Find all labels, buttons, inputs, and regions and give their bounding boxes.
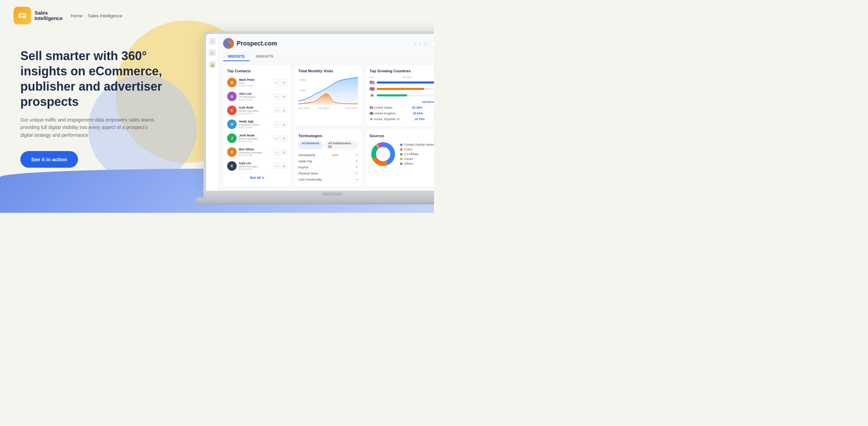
- contact-mail-2[interactable]: @: [281, 93, 287, 99]
- contact-info-5: Josh Rode Brand Manager Executive: [239, 134, 271, 143]
- traffic-card-title: Total Monthly Visits: [298, 69, 358, 73]
- contact-mark-peter: M Mark Peter CEO Executive in: [227, 76, 287, 90]
- tech-tags: eCommerce All Subdomains (6): [298, 141, 358, 149]
- bar-label-0: 0%: [370, 76, 374, 79]
- contact-avatar-1: M: [227, 78, 237, 87]
- chart-label-june: June 2021: [346, 107, 358, 110]
- back-icon[interactable]: ‹: [415, 41, 417, 46]
- sidebar-menu-icon[interactable]: ≡: [209, 50, 216, 56]
- tech-check-5: ✓: [355, 178, 358, 181]
- svg-rect-1: [20, 15, 25, 16]
- country-stat-us: 🇺🇸 United States 40.39% 38.2K: [370, 105, 434, 111]
- contact-link-6[interactable]: in: [274, 149, 280, 155]
- country-us-growth: 40.39%: [412, 106, 422, 109]
- hero-title: Sell smarter with 360° insights on eComm…: [20, 48, 197, 109]
- growth-header: GROWTH: [422, 100, 434, 104]
- logo-text: Sales Intelligence: [35, 10, 63, 21]
- contact-name-4: Heidi Jigh: [239, 120, 271, 123]
- tech-name-1: eShopWorld: [298, 153, 315, 157]
- source-name-2: Criteo: [404, 148, 412, 151]
- contact-mail-1[interactable]: @: [281, 79, 287, 86]
- sidebar-bell-icon[interactable]: 🔔: [209, 61, 216, 68]
- donut-chart: [370, 141, 397, 169]
- contact-mail-5[interactable]: @: [281, 135, 287, 141]
- logo-container: Sales Intelligence: [14, 7, 63, 24]
- source-name-1: Google Display Network: [404, 143, 434, 146]
- contact-btns-7: in @: [274, 163, 287, 169]
- source-dot-1: [400, 144, 402, 146]
- contact-mail-4[interactable]: @: [281, 121, 287, 127]
- contact-role-6: Executive: [239, 154, 271, 156]
- contacts-card-title: Top Contacts: [227, 69, 287, 73]
- tech-tag-subdomains[interactable]: All Subdomains (6): [325, 141, 358, 149]
- contact-link-3[interactable]: in: [274, 107, 280, 113]
- traffic-card: Total Monthly Visits 200M 100M: [294, 65, 362, 126]
- contact-link-4[interactable]: in: [274, 121, 280, 127]
- logo-icon: [14, 7, 31, 24]
- source-dot-5: [400, 163, 402, 165]
- compare-button[interactable]: + Compare: [431, 40, 434, 47]
- source-google: Google Display Network 42.59%: [400, 143, 434, 146]
- contact-link-7[interactable]: in: [274, 163, 280, 169]
- contact-title-1: CEO: [239, 81, 271, 85]
- tech-name-2: Apple Pay: [298, 160, 312, 163]
- tech-tag-ecommerce[interactable]: eCommerce: [298, 141, 323, 149]
- header: Sales Intelligence Home › Sales Intellig…: [0, 0, 434, 31]
- contact-link-2[interactable]: in: [274, 93, 280, 99]
- breadcrumb: Home › Sales Intelligence: [71, 13, 122, 18]
- countries-card-title: Top Growing Countries: [370, 69, 434, 73]
- contact-role-4: Executive: [239, 126, 271, 129]
- contact-btns-1: in @: [274, 79, 287, 86]
- source-dot-4: [400, 158, 402, 160]
- contact-title-5: Brand Manager: [239, 137, 271, 140]
- country-us-name: 🇺🇸 United States: [370, 106, 393, 109]
- country-bar-uk: 🇬🇧: [370, 87, 434, 91]
- contact-info-4: Heidi Jigh President, Direct Executive: [239, 120, 271, 129]
- bar-label-20: 20.19%: [402, 76, 412, 79]
- logo-intelligence: Intelligence: [35, 16, 63, 21]
- contact-link-1[interactable]: in: [274, 79, 280, 86]
- contact-role-2: Executive: [239, 98, 271, 101]
- tab-website[interactable]: WEBSITE: [223, 52, 250, 61]
- company-header: Prospect.com ‹ › ☆ + Compare: [223, 38, 434, 49]
- contact-mail-7[interactable]: @: [281, 163, 287, 169]
- dashboard: ⌂ ≡ 🔔 P: [206, 34, 434, 191]
- contact-mail-6[interactable]: @: [281, 149, 287, 155]
- sources-list: Google Display Network 42.59% Criteo 24.…: [400, 143, 434, 167]
- laptop-foot: [193, 202, 434, 204]
- company-logo-icon: [223, 38, 234, 49]
- tech-applepay: Apple Pay ✓: [298, 158, 358, 164]
- source-criteo: Criteo 24.96%: [400, 148, 434, 151]
- hero-section: Sell smarter with 360° insights on eComm…: [0, 31, 434, 204]
- chart-label-jan: Jan 2021: [318, 107, 329, 110]
- svg-rect-2: [20, 16, 23, 17]
- tech-physical: Physical Store ✓: [298, 170, 358, 177]
- forward-icon[interactable]: ›: [419, 41, 421, 46]
- country-bar-us: 🇺🇸: [370, 80, 434, 85]
- breadcrumb-home[interactable]: Home: [71, 13, 83, 18]
- contact-mail-3[interactable]: @: [281, 107, 287, 113]
- laptop-mockup: ⌂ ≡ 🔔 P: [203, 31, 434, 204]
- hero-subtitle: Our unique traffic and engagement data e…: [20, 116, 156, 139]
- contact-kyle-lin: K Kyle Lin Brand Manager Executive in: [227, 159, 287, 173]
- tech-check-3: ✓: [355, 165, 358, 169]
- cta-button[interactable]: See it in action: [20, 151, 78, 168]
- tech-eshopworld: eShopWorld paid ✓: [298, 152, 358, 158]
- hero-right: ⌂ ≡ 🔔 P: [197, 35, 434, 204]
- star-icon[interactable]: ☆: [423, 41, 428, 46]
- y-label-100m: 100M: [299, 89, 306, 92]
- sidebar-home-icon[interactable]: ⌂: [209, 38, 216, 45]
- source-cj: CJ Affiliate 20.10%: [400, 152, 434, 156]
- sources-content: Google Display Network 42.59% Criteo 24.…: [370, 141, 434, 169]
- contact-link-5[interactable]: in: [274, 135, 280, 141]
- tech-name-4: Physical Store: [298, 172, 318, 175]
- contact-info-3: Kyle Ruth Retail Operation Executive: [239, 106, 271, 115]
- contact-heidi-jigh: H Heidi Jigh President, Direct Executive…: [227, 117, 287, 131]
- tab-insights[interactable]: INSIGHTS: [251, 52, 278, 61]
- country-kr-growth: 16.75%: [414, 117, 425, 121]
- country-uk-growth: 25.63%: [413, 112, 423, 115]
- country-kr-name: 🇰🇷 Korea, Republic of: [370, 117, 399, 121]
- see-all-button[interactable]: See all ∨: [227, 176, 287, 180]
- contact-role-1: Executive: [239, 85, 271, 87]
- contact-info-7: Kyle Lin Brand Manager Executive: [239, 162, 271, 170]
